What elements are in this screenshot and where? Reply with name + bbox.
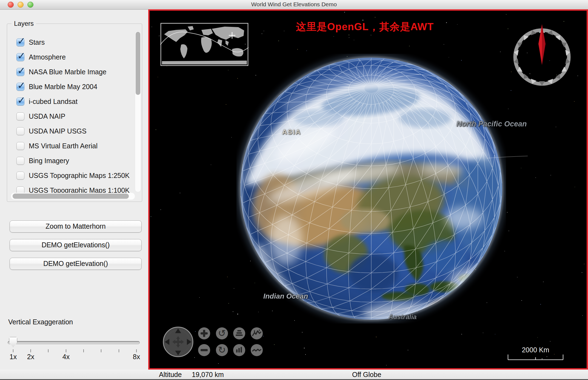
star-dot — [508, 29, 508, 29]
layers-horizontal-scrollbar[interactable] — [11, 193, 135, 200]
star-dot — [386, 365, 387, 365]
tick-label-8x: 8x — [133, 353, 140, 361]
layer-row-atmosphere[interactable]: ✓Atmosphere — [10, 50, 134, 64]
pitch-up-button[interactable] — [233, 327, 246, 340]
star-dot — [457, 24, 458, 25]
graticule-line — [487, 154, 528, 160]
world-map-inset[interactable] — [160, 23, 249, 66]
compass-icon[interactable] — [512, 23, 572, 89]
earth-globe[interactable] — [236, 54, 506, 324]
star-dot — [233, 311, 233, 312]
star-dot — [582, 272, 582, 273]
star-dot — [584, 264, 584, 264]
slider-thumb[interactable] — [9, 337, 17, 347]
checkbox-checked-icon[interactable]: ✓ — [16, 53, 24, 61]
star-dot — [511, 90, 511, 91]
slider-track[interactable] — [8, 341, 140, 344]
star-dot — [574, 101, 575, 102]
star-dot — [199, 297, 200, 298]
check-mark-icon: ✓ — [17, 80, 25, 91]
layer-label: USDA NAIP — [29, 112, 65, 120]
star-dot — [228, 70, 229, 70]
layer-row-usgs-topographic-maps-1-250k[interactable]: USGS Topographic Maps 1:250K — [10, 168, 134, 183]
checkbox-unchecked-icon[interactable] — [16, 112, 24, 120]
star-dot — [409, 46, 410, 46]
star-dot — [349, 37, 349, 38]
star-dot — [556, 127, 556, 127]
layer-row-nasa-blue-marble-image[interactable]: ✓NASA Blue Marble Image — [10, 64, 134, 79]
star-dot — [194, 357, 195, 358]
checkbox-checked-icon[interactable]: ✓ — [16, 38, 24, 46]
slider-tick-mark — [66, 349, 66, 352]
star-dot — [354, 40, 354, 40]
rotate-ccw-button[interactable]: ↺ — [216, 327, 228, 340]
altitude-value: 19,070 km — [192, 371, 224, 379]
checkbox-checked-icon[interactable]: ✓ — [16, 98, 24, 106]
demo-getelevation-button[interactable]: DEMO getElevation() — [10, 258, 142, 270]
layer-label: Blue Marble May 2004 — [29, 83, 97, 91]
checkbox-unchecked-icon[interactable] — [16, 172, 24, 180]
vertical-exaggeration-slider[interactable]: 1x 2x 4x 8x — [8, 337, 139, 361]
star-dot — [371, 35, 371, 35]
slider-tick-mark — [83, 349, 84, 352]
star-dot — [506, 14, 507, 15]
layer-row-usda-naip[interactable]: USDA NAIP — [10, 109, 134, 124]
star-dot — [158, 77, 158, 77]
star-dot — [284, 31, 284, 31]
horizontal-scrollbar-thumb[interactable] — [13, 194, 129, 199]
layer-label: MS Virtual Earth Aerial — [29, 142, 98, 150]
layer-row-usda-naip-usgs[interactable]: USDA NAIP USGS — [10, 124, 134, 138]
place-label-australia: Australia — [389, 313, 417, 321]
star-dot — [274, 344, 275, 345]
layer-row-stars[interactable]: ✓Stars — [10, 35, 134, 50]
demo-getelevations-button[interactable]: DEMO getElevations() — [10, 239, 142, 251]
zoom-out-button[interactable] — [198, 344, 210, 356]
star-dot — [550, 175, 551, 175]
map-continents — [162, 26, 247, 64]
layer-row-blue-marble-may-2004[interactable]: ✓Blue Marble May 2004 — [10, 79, 134, 94]
star-dot — [160, 209, 161, 210]
star-dot — [264, 31, 264, 31]
layer-label: i-cubed Landsat — [29, 98, 78, 106]
vertical-scrollbar-thumb[interactable] — [136, 32, 140, 95]
star-dot — [444, 44, 444, 45]
zoom-out-icon — [201, 349, 208, 351]
star-dot — [234, 288, 234, 289]
zoom-to-matterhorn-button[interactable]: Zoom to Matterhorn — [10, 220, 142, 232]
exaggeration-down-button[interactable] — [250, 344, 263, 356]
star-dot — [511, 72, 512, 72]
world-wind-canvas[interactable]: 这里是OpenGL，其余是AWT — [148, 9, 588, 370]
layer-label: USDA NAIP USGS — [29, 127, 87, 135]
checkbox-checked-icon[interactable]: ✓ — [16, 83, 24, 91]
layer-row-ms-virtual-earth-aerial[interactable]: MS Virtual Earth Aerial — [10, 138, 134, 153]
checkbox-checked-icon[interactable]: ✓ — [16, 68, 24, 76]
star-dot — [297, 49, 298, 50]
star-dot — [211, 165, 211, 165]
checkbox-unchecked-icon[interactable] — [16, 142, 24, 150]
star-dot — [509, 231, 509, 231]
altitude-label: Altitude — [159, 371, 182, 379]
pan-control[interactable] — [162, 326, 194, 358]
star-dot — [582, 315, 583, 316]
slider-tick-mark — [136, 349, 137, 352]
zoom-in-button[interactable] — [198, 327, 210, 340]
star-dot — [152, 27, 152, 27]
star-dot — [564, 21, 564, 22]
rotate-cw-button[interactable]: ↻ — [216, 344, 228, 356]
pitch-down-button[interactable] — [233, 344, 246, 356]
star-dot — [159, 36, 159, 36]
check-mark-icon: ✓ — [17, 50, 25, 62]
rotate-ccw-icon: ↺ — [218, 328, 226, 339]
layer-row-i-cubed-landsat[interactable]: ✓i-cubed Landsat — [10, 94, 134, 109]
star-dot — [227, 277, 228, 277]
layers-vertical-scrollbar[interactable] — [135, 31, 141, 192]
place-label-asia: ASIA — [282, 128, 301, 136]
position-status: Off Globe — [352, 371, 381, 379]
checkbox-unchecked-icon[interactable] — [16, 127, 24, 135]
slider-tick-mark — [30, 349, 31, 352]
star-dot — [228, 303, 229, 304]
checkbox-unchecked-icon[interactable] — [16, 157, 24, 165]
exaggeration-up-button[interactable] — [250, 327, 263, 340]
layer-row-bing-imagery[interactable]: Bing Imagery — [10, 153, 134, 168]
layer-label: Bing Imagery — [29, 157, 69, 165]
